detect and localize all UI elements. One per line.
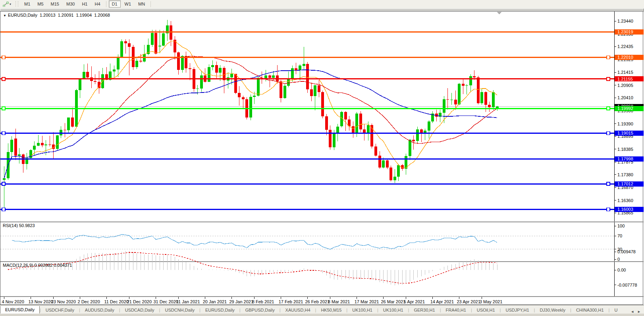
toolbar-separator: [150, 1, 151, 7]
macd-indicator-label: MACD(12,26,9) 0.002682 0.004371: [3, 263, 72, 268]
symbol-tab-china300-h1[interactable]: CHINA300,H1: [571, 306, 609, 314]
timeframe-toolbar: ▾ M1M5M15M30H1H4D1W1MN: [0, 0, 644, 8]
timeframe-button-m5[interactable]: M5: [34, 0, 46, 8]
timeframe-button-m15[interactable]: M15: [48, 0, 62, 8]
line-anchor-marker[interactable]: [2, 56, 5, 59]
macd-panel: 0.0094780.00-0.007778: [4, 249, 637, 287]
svg-text:100: 100: [617, 224, 625, 228]
line-anchor-marker[interactable]: [2, 208, 5, 211]
chart-svg[interactable]: 1.234401.229301.224351.219251.214151.209…: [0, 12, 644, 304]
chevron-down-icon[interactable]: ▾: [10, 2, 11, 6]
chart-canvas[interactable]: 1.234401.229301.224351.219251.214151.209…: [0, 12, 644, 304]
svg-text:14 Apr 2021: 14 Apr 2021: [430, 299, 454, 304]
level-price-label: 1.23019: [615, 29, 644, 35]
symbol-tab-eurusd-daily[interactable]: EURUSD,Daily: [0, 306, 40, 314]
high-value: 1.20091: [58, 13, 74, 17]
svg-text:1.16003: 1.16003: [617, 207, 633, 212]
svg-text:26 Mar 2021: 26 Mar 2021: [381, 299, 406, 304]
line-anchor-marker[interactable]: [2, 77, 5, 81]
symbol-tab-usdcnh-daily[interactable]: USDCNH,Daily: [160, 306, 199, 314]
line-anchor-marker[interactable]: [607, 182, 610, 185]
date-axis[interactable]: 4 Nov 202013 Nov 202023 Nov 20202 Dec 20…: [2, 297, 503, 304]
line-anchor-marker[interactable]: [2, 182, 5, 185]
symbol-tab-uk100-h1[interactable]: UK100,H1: [347, 306, 377, 314]
symbol-tab-xauusd-h4[interactable]: XAUUSD,H4: [281, 306, 315, 314]
svg-text:1.19992: 1.19992: [617, 106, 633, 111]
svg-text:1.23019: 1.23019: [617, 29, 633, 34]
svg-text:0: 0: [617, 257, 620, 262]
symbol-tab-usdchf-daily[interactable]: USDCHF,Daily: [41, 306, 79, 314]
svg-text:0.00: 0.00: [617, 268, 626, 272]
timeframe-button-mn[interactable]: MN: [135, 0, 148, 8]
tab-scroll-right-icon[interactable]: ►: [636, 310, 642, 314]
symbol-tab-uk100-h1[interactable]: UK100,H1: [378, 306, 408, 314]
toolbar-grip: [15, 1, 18, 7]
timeframe-button-h4[interactable]: H4: [91, 0, 103, 8]
svg-text:1.20905: 1.20905: [617, 83, 633, 88]
svg-text:4 Nov 2020: 4 Nov 2020: [2, 299, 24, 304]
collapse-triangle-icon[interactable]: ▼: [3, 14, 6, 17]
svg-text:31 Dec 2020: 31 Dec 2020: [154, 299, 178, 304]
symbol-tab-usoil-h1[interactable]: USOil,H1: [472, 306, 500, 314]
svg-text:21 Dec 2020: 21 Dec 2020: [127, 299, 152, 304]
chart-scrollbar[interactable]: [0, 8, 644, 11]
level-price-label: 1.22010: [615, 55, 644, 60]
level-price-label: 1.19992: [615, 106, 644, 111]
svg-text:11 Dec 2020: 11 Dec 2020: [104, 299, 129, 304]
open-value: 1.20013: [40, 13, 56, 17]
trading-terminal: { "toolbar": { "caret": "▾", "timeframes…: [0, 0, 644, 316]
timeframe-button-m30[interactable]: M30: [63, 0, 78, 8]
svg-text:70: 70: [617, 233, 622, 238]
svg-text:17 Feb 2021: 17 Feb 2021: [279, 299, 303, 304]
macd-signal-line: [8, 252, 497, 283]
line-anchor-marker[interactable]: [607, 77, 610, 81]
symbol-tab-dj30-weekly[interactable]: DJ30,Weekly: [535, 306, 570, 314]
timeframe-button-m1[interactable]: M1: [21, 0, 33, 8]
svg-text:8 Feb 2021: 8 Feb 2021: [252, 299, 274, 304]
timeframe-button-d1[interactable]: D1: [109, 0, 121, 8]
symbol-tab-u[interactable]: U: [609, 306, 622, 314]
symbol-tab-ger30-h1[interactable]: GER30,H1: [409, 306, 440, 314]
svg-text:11 Jan 2021: 11 Jan 2021: [176, 299, 200, 304]
svg-text:1.17998: 1.17998: [617, 156, 633, 161]
svg-text:3 May 2021: 3 May 2021: [480, 299, 502, 304]
symbol-tab-usdcad-daily[interactable]: USDCAD,Daily: [120, 306, 159, 314]
symbol-tab-usdjpy-h1[interactable]: USDJPY,H1: [501, 306, 534, 314]
symbol-tab-audusd-daily[interactable]: AUDUSD,Daily: [80, 306, 119, 314]
chart-window[interactable]: ▼EURUSD,Daily1.200131.200911.199041.2006…: [0, 11, 643, 305]
symbol-tab-eurusd-daily[interactable]: EURUSD,Daily: [201, 306, 239, 314]
svg-text:1.17012: 1.17012: [617, 181, 633, 186]
line-anchor-marker[interactable]: [607, 56, 610, 59]
symbol-tab-bar: EURUSD,Daily|USDCHF,Daily|AUDUSD,Daily|U…: [0, 305, 644, 314]
svg-text:8 Mar 2021: 8 Mar 2021: [328, 299, 350, 304]
trendline-tool-icon: [3, 2, 9, 7]
svg-text:1.22010: 1.22010: [617, 55, 633, 60]
svg-text:1.20410: 1.20410: [617, 95, 633, 100]
level-price-label: 1.17998: [615, 156, 644, 162]
svg-text:2 Dec 2020: 2 Dec 2020: [78, 299, 100, 304]
line-anchor-marker[interactable]: [607, 131, 610, 135]
symbol-tab-hk50-m15[interactable]: HK50,M15: [316, 306, 346, 314]
symbol-tab-gbpusd-daily[interactable]: GBPUSD,Daily: [241, 306, 280, 314]
timeframe-button-w1[interactable]: W1: [121, 0, 135, 8]
chart-shift-marker[interactable]: [497, 12, 502, 14]
svg-text:-0.007778: -0.007778: [617, 283, 637, 287]
trendline-tool-button[interactable]: ▾: [2, 1, 12, 7]
line-anchor-marker[interactable]: [2, 131, 5, 135]
status-strip: [0, 314, 644, 316]
svg-text:1.21415: 1.21415: [617, 70, 633, 75]
symbol-period-label: EURUSD,Daily: [8, 13, 37, 17]
close-value: 1.20068: [94, 13, 110, 17]
svg-text:29 Jan 2021: 29 Jan 2021: [229, 299, 254, 304]
svg-text:1.19015: 1.19015: [617, 131, 633, 135]
rsi-indicator-label: RSI(14) 50.9823: [3, 223, 35, 228]
line-anchor-marker[interactable]: [607, 208, 610, 211]
tab-scroll-left-icon[interactable]: ◄: [629, 310, 636, 314]
low-value: 1.19904: [76, 13, 92, 17]
line-anchor-marker[interactable]: [2, 107, 5, 110]
line-anchor-marker[interactable]: [607, 107, 610, 110]
svg-text:1.22435: 1.22435: [617, 44, 633, 49]
symbol-tab-fra40-h1[interactable]: FRA40,H1: [441, 306, 471, 314]
timeframe-button-h1[interactable]: H1: [79, 0, 91, 8]
rsi-panel: 10070300: [0, 224, 625, 262]
